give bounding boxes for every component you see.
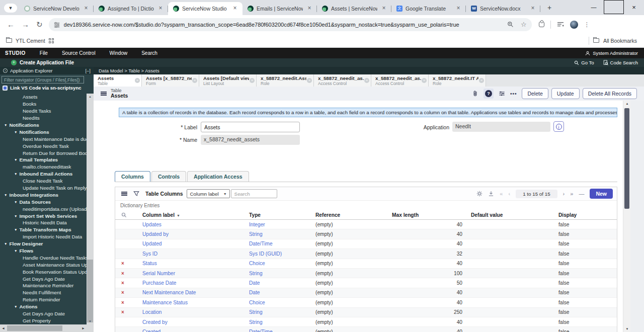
tree-expand-icon[interactable]: ▼ [14, 249, 17, 253]
close-tab-icon[interactable]: × [455, 5, 462, 12]
scroll-left-icon[interactable]: ◄ [0, 324, 7, 332]
browser-tab[interactable]: ServiceNow Develope× [19, 2, 94, 15]
tree-group[interactable]: ▼Inbound Integrations [0, 191, 87, 198]
type-link[interactable]: Date/Time [248, 329, 314, 332]
close-tab-icon[interactable]: × [250, 78, 255, 83]
zoom-icon[interactable] [507, 21, 514, 28]
label-field-input[interactable] [201, 122, 300, 132]
list-settings-gear-icon[interactable] [476, 191, 482, 197]
menu-search[interactable]: Search [141, 50, 157, 56]
tree-leaf[interactable]: mailto.closeneedittask [0, 163, 87, 171]
browser-menu-icon[interactable]: ⋮ [584, 21, 590, 28]
personalize-form-icon[interactable] [499, 91, 505, 97]
delete-column-icon[interactable]: × [115, 309, 141, 315]
minimize-button[interactable]: — [584, 0, 604, 14]
menu-window[interactable]: Window [110, 50, 128, 56]
type-link[interactable]: String [248, 231, 314, 237]
first-page-icon[interactable]: « [500, 191, 503, 197]
tree-group[interactable]: ▼Actions [0, 303, 87, 310]
tree-leaf[interactable]: Return Due for Borrowed Book [0, 149, 87, 156]
editor-tab[interactable]: x_58872_needit_as...Access Control× [314, 74, 371, 87]
tree-expand-icon[interactable]: ▼ [14, 172, 17, 176]
tree-expand-icon[interactable]: ▼ [14, 305, 17, 308]
list-context-menu-icon[interactable] [121, 192, 127, 196]
tree-expand-icon[interactable]: ▼ [14, 200, 17, 204]
column-label-link[interactable]: Status [141, 261, 248, 266]
close-tab-icon[interactable]: × [529, 5, 536, 12]
tree-leaf[interactable]: Book Reservation Status Update [0, 268, 87, 275]
update-button[interactable]: Update [551, 88, 580, 99]
delete-column-icon[interactable]: × [115, 271, 141, 276]
tree-expand-icon[interactable]: ▼ [14, 214, 17, 218]
sidebar-vertical-scrollbar[interactable]: ▲ ▼ [87, 94, 94, 324]
profile-avatar[interactable] [570, 21, 578, 29]
column-label-link[interactable]: Created by [141, 319, 248, 325]
column-header-default-value[interactable]: Default value [468, 212, 556, 218]
column-header-label[interactable]: Column label▼ [141, 212, 248, 218]
next-page-icon[interactable]: › [563, 191, 565, 197]
close-tab-icon[interactable]: × [307, 78, 312, 83]
sidebar-horizontal-scrollbar[interactable]: ◄ ► [0, 324, 94, 332]
tree-leaf[interactable]: Get Days Ago Date [0, 310, 87, 317]
column-header-max-length[interactable]: Max length [391, 212, 468, 218]
address-bar[interactable]: dev189366.service-now.com/$studio.do?sys… [49, 18, 532, 31]
tree-expand-icon[interactable]: ▼ [14, 158, 17, 161]
collapse-circle-icon[interactable]: ‹ [3, 68, 8, 73]
column-header-reference[interactable]: Reference [314, 212, 391, 218]
type-link[interactable]: Choice [248, 300, 314, 305]
tab-search-button[interactable]: ▼ [4, 4, 17, 13]
editor-tab[interactable]: AssetsTable× [94, 74, 142, 87]
menu-source-control[interactable]: Source Control [62, 50, 96, 56]
collapse-list-icon[interactable]: — [579, 191, 584, 197]
type-link[interactable]: String [248, 271, 314, 276]
vscode-link[interactable]: Link VS Code via sn-scriptsync [3, 85, 82, 91]
close-tab-icon[interactable]: × [380, 5, 387, 12]
browser-tab[interactable]: ServiceNow Studio× [168, 2, 243, 15]
type-link[interactable]: Date [248, 280, 314, 286]
scrollbar-thumb[interactable] [624, 108, 629, 209]
tree-expand-icon[interactable]: ▼ [4, 193, 7, 197]
close-tab-icon[interactable]: × [306, 5, 313, 12]
attachment-icon[interactable] [472, 90, 478, 97]
tree-group[interactable]: ▼Data Sources [0, 198, 87, 205]
side-panel-icon[interactable] [557, 22, 564, 28]
list-search-input[interactable] [231, 189, 277, 198]
editor-tab[interactable]: x_58872_needit_as...Access Control× [371, 74, 429, 87]
tree-leaf[interactable]: NeedIt Tasks [0, 108, 87, 115]
tree-leaf[interactable]: Asset Maintenance Status Update. [0, 261, 87, 268]
column-label-link[interactable]: Created [141, 329, 248, 332]
delete-column-icon[interactable]: × [115, 280, 141, 286]
filter-icon[interactable] [133, 191, 139, 197]
help-icon[interactable]: ? [484, 89, 494, 99]
column-label-link[interactable]: Sys ID [141, 251, 248, 257]
column-header-display[interactable]: Display [556, 212, 617, 218]
tree-leaf[interactable]: Import Historic NeedIt Data [0, 233, 87, 240]
menu-file[interactable]: File [40, 50, 48, 56]
create-application-file-button[interactable]: Create Application File [20, 60, 74, 65]
tree-expand-icon[interactable]: ▼ [14, 130, 17, 134]
tree-leaf[interactable]: Get Property [0, 317, 87, 324]
scroll-up-icon[interactable]: ▲ [87, 94, 94, 100]
go-to-button[interactable]: Go To [574, 60, 594, 65]
new-tab-button[interactable]: + [543, 2, 555, 14]
browser-tab[interactable]: Assets | ServiceNow× [317, 2, 391, 15]
close-tab-icon[interactable]: × [422, 78, 427, 83]
tree-leaf[interactable]: Assets [0, 94, 87, 101]
tree-leaf[interactable]: NeedIt Fulfillment [0, 289, 87, 296]
delete-all-records-button[interactable]: Delete All Records [583, 88, 637, 99]
tree-group[interactable]: ▼Notifications [0, 122, 87, 129]
column-label-link[interactable]: Updates [141, 222, 248, 227]
tree-expand-icon[interactable]: ▼ [4, 123, 7, 127]
editor-tab[interactable]: Assets [Default view]List Layout× [199, 74, 257, 87]
all-bookmarks[interactable]: All Bookmarks [589, 37, 637, 45]
forward-button[interactable]: → [22, 20, 29, 29]
scroll-right-icon[interactable]: ► [80, 324, 87, 332]
column-label-link[interactable]: Updated by [141, 231, 248, 237]
back-button[interactable]: ← [7, 20, 15, 29]
new-column-button[interactable]: New [590, 189, 613, 199]
close-window-button[interactable]: × [624, 0, 644, 14]
extensions-icon[interactable] [539, 22, 544, 27]
close-tab-icon[interactable]: × [364, 78, 369, 83]
browser-tab[interactable]: WServiceNow.docx× [466, 2, 540, 15]
tab-columns[interactable]: Columns [115, 171, 150, 182]
